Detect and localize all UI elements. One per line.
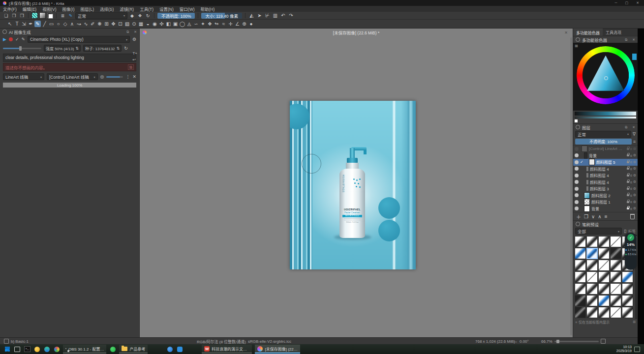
brush-preset-11[interactable] bbox=[586, 260, 598, 271]
app-sphere-icon[interactable] bbox=[53, 346, 60, 353]
line-tool-icon[interactable]: ╱ bbox=[41, 21, 48, 27]
layer-row-8[interactable]: 颜料图层 1α⚙ bbox=[573, 199, 638, 206]
more-menu-icon[interactable]: ⋮ bbox=[125, 74, 130, 79]
layer-row-9[interactable]: 背景α⚙ bbox=[573, 206, 638, 212]
layer-alpha-icon[interactable]: α bbox=[630, 194, 632, 197]
move-layer-down-button[interactable]: ∨ bbox=[591, 214, 595, 219]
magnetic-select-tool-icon[interactable]: ≈ bbox=[220, 21, 227, 27]
layer-visibility-icon[interactable] bbox=[575, 200, 579, 204]
workspace-icon[interactable]: ≣ bbox=[60, 12, 66, 19]
layer-row-7[interactable]: 颜料图层 2α⚙ bbox=[573, 192, 638, 199]
redo-icon[interactable]: ↷ bbox=[288, 12, 294, 19]
mirror-icon[interactable]: ◭ bbox=[248, 12, 255, 19]
menu-item-3[interactable]: 图像(I) bbox=[60, 6, 78, 12]
notification-center-icon[interactable] bbox=[634, 347, 640, 352]
strength-slider[interactable] bbox=[3, 48, 41, 49]
eraser-mode-icon[interactable]: ◆ bbox=[129, 12, 135, 19]
chat-app-icon[interactable] bbox=[176, 346, 183, 353]
brush-preset-23[interactable] bbox=[610, 283, 621, 295]
brush-preset-16[interactable] bbox=[586, 271, 598, 283]
brush-preset-29[interactable] bbox=[622, 295, 633, 306]
brush-preset-3[interactable] bbox=[610, 236, 621, 247]
layer-settings-icon[interactable]: ⚙ bbox=[633, 147, 636, 151]
layer-settings-icon[interactable]: ⚙ bbox=[633, 153, 636, 157]
snap-icon[interactable]: ⊬ bbox=[264, 12, 271, 19]
ellipse-select-tool-icon[interactable]: ◯ bbox=[179, 21, 185, 27]
text-add-icon[interactable]: T+ bbox=[132, 51, 137, 56]
maximize-button[interactable]: ▢ bbox=[625, 1, 629, 5]
brush-preset-20[interactable] bbox=[575, 283, 586, 295]
layer-lock-icon[interactable] bbox=[627, 181, 629, 183]
measure-tool-icon[interactable]: ∠ bbox=[234, 21, 241, 27]
undo-icon[interactable]: ↶ bbox=[280, 12, 286, 19]
duplicate-layer-button[interactable]: ❐ bbox=[584, 214, 588, 219]
control-strength-slider[interactable] bbox=[106, 76, 123, 78]
calligraphy-tool-icon[interactable]: ✒ bbox=[28, 21, 34, 27]
brush-size-slider[interactable]: 大小: 119.40 像素 bbox=[201, 13, 242, 19]
color-sampler-tool-icon[interactable]: ⊙ bbox=[131, 21, 137, 27]
text-tool-icon[interactable]: T bbox=[14, 21, 20, 27]
fg-bg-colors[interactable] bbox=[47, 13, 53, 19]
apply-check-icon[interactable]: ✓ bbox=[15, 37, 19, 42]
close-button[interactable]: ✕ bbox=[636, 1, 639, 5]
layer-alpha-icon[interactable]: α bbox=[630, 187, 632, 190]
generate-play-icon[interactable]: ▶ bbox=[3, 37, 6, 42]
pan-tool-icon[interactable]: ● bbox=[248, 21, 254, 27]
brush-preset-21[interactable] bbox=[586, 283, 598, 295]
layer-alpha-icon[interactable]: α bbox=[630, 167, 632, 171]
zoom-mode-icon[interactable] bbox=[601, 339, 606, 344]
control-layer-select[interactable]: [Control] LineArt 线稿 ▾ bbox=[47, 73, 98, 80]
layer-blend-select[interactable]: 正常 ▾ bbox=[575, 131, 631, 138]
polygon-tool-icon[interactable]: ◇ bbox=[62, 21, 68, 27]
layer-visibility-icon[interactable] bbox=[575, 180, 579, 184]
folder-task[interactable]: 产品参考 bbox=[119, 345, 148, 354]
layer-settings-icon[interactable]: ⚙ bbox=[633, 180, 636, 184]
gradient-swatch[interactable] bbox=[39, 12, 46, 19]
rect-select-tool-icon[interactable]: ▣ bbox=[172, 21, 179, 27]
polygon-select-tool-icon[interactable]: ◬ bbox=[186, 21, 192, 27]
model-select[interactable]: Cinematic Photo (XL) (Copy) ▾ bbox=[28, 36, 130, 43]
layer-lock-icon[interactable] bbox=[627, 194, 629, 196]
brush-preset-33[interactable] bbox=[610, 307, 621, 318]
terminal-icon[interactable]: >_ bbox=[24, 346, 31, 353]
taskbar-clock[interactable]: 10:13 2025/3/19 bbox=[616, 345, 632, 353]
strength-spin[interactable]: 强度 50% (4/13) ⇅ bbox=[44, 45, 81, 52]
layer-alpha-icon[interactable]: α bbox=[630, 180, 632, 184]
layer-lock-icon[interactable] bbox=[627, 161, 629, 163]
brush-preset-15[interactable] bbox=[575, 271, 586, 283]
menu-item-0[interactable]: 文件(F) bbox=[0, 6, 20, 12]
layer-row-5[interactable]: 颜料图层 4α⚙ bbox=[573, 179, 638, 186]
edit-icon[interactable]: ✎ bbox=[21, 37, 25, 42]
layer-lock-icon[interactable] bbox=[627, 201, 629, 203]
preserve-alpha-icon[interactable]: ❖ bbox=[137, 12, 143, 19]
record-icon[interactable] bbox=[9, 37, 13, 41]
save-document-icon[interactable]: ❒ bbox=[19, 12, 25, 19]
preset-tag-select[interactable]: 全部 ▾ bbox=[575, 228, 622, 235]
close-document-icon[interactable]: ✕ bbox=[564, 30, 568, 35]
layer-lock-icon[interactable] bbox=[627, 154, 629, 156]
brush-preset-30[interactable] bbox=[575, 307, 586, 318]
transform-tool-icon[interactable]: ⊞ bbox=[103, 21, 110, 27]
delete-layer-button[interactable] bbox=[630, 214, 635, 219]
pattern-edit-tool-icon[interactable]: ▦ bbox=[138, 21, 144, 27]
brush-preset-31[interactable] bbox=[586, 307, 598, 318]
layer-visibility-icon[interactable] bbox=[575, 206, 579, 210]
layer-lock-icon[interactable] bbox=[627, 148, 629, 150]
layer-visibility-icon[interactable] bbox=[575, 167, 579, 171]
freehand-brush-tool-icon[interactable]: ✎ bbox=[34, 21, 41, 27]
layer-alpha-icon[interactable]: α bbox=[630, 207, 632, 210]
layer-properties-button[interactable]: ≡ bbox=[605, 214, 608, 219]
layer-row-1[interactable]: 背景α⚙ bbox=[573, 152, 638, 159]
layer-visibility-icon[interactable] bbox=[575, 193, 579, 197]
selector-settings-icon[interactable]: ⊞ bbox=[575, 44, 578, 48]
zoom-slider[interactable] bbox=[554, 341, 599, 342]
ellipse-tool-icon[interactable]: ○ bbox=[55, 21, 61, 27]
canvas-scrollbar[interactable] bbox=[570, 37, 572, 335]
edge-browser-icon[interactable] bbox=[43, 346, 50, 353]
shape-select-tool-icon[interactable]: ↖ bbox=[7, 21, 13, 27]
edit-shapes-tool-icon[interactable]: ⇲ bbox=[21, 21, 27, 27]
blend-mode-select[interactable]: 正常 ▾ bbox=[75, 12, 127, 19]
wps-task[interactable]: W科技浪潮的演示文稿… bbox=[202, 345, 252, 354]
tab-color-selector[interactable]: 多功能拾色器 bbox=[573, 29, 603, 36]
layer-alpha-icon[interactable]: α bbox=[630, 174, 632, 177]
